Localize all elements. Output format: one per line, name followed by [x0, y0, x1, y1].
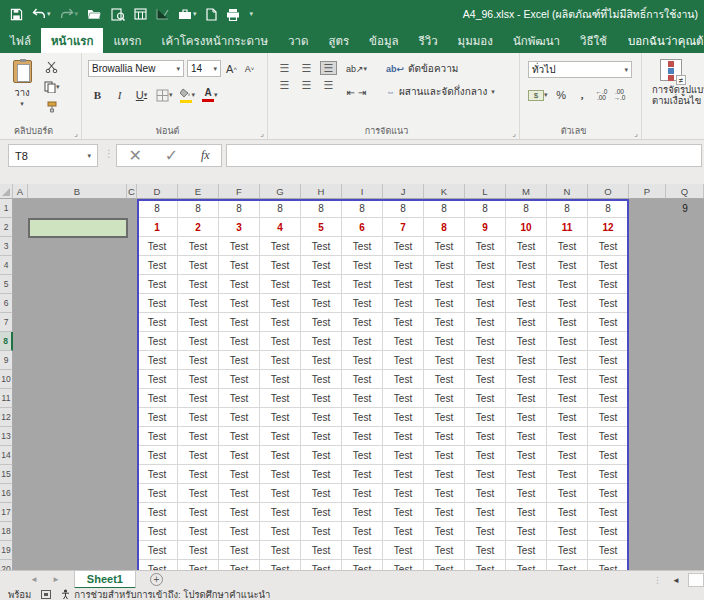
cell-N4[interactable]: Test: [547, 256, 588, 275]
cell-G5[interactable]: Test: [260, 275, 301, 294]
accounting-caret[interactable]: ▾: [544, 91, 548, 99]
cell-b2-highlight[interactable]: [28, 218, 128, 238]
conditional-formatting-button[interactable]: ≠ การจัดรูปแบบ ตามเงื่อนไข: [652, 59, 704, 106]
cell-G16[interactable]: Test: [260, 484, 301, 503]
cell-K9[interactable]: Test: [424, 351, 465, 370]
cell-M13[interactable]: Test: [506, 427, 547, 446]
accessibility-status[interactable]: การช่วยสำหรับการเข้าถึง: โปรดศึกษาคำแนะน…: [61, 588, 270, 600]
cell-G19[interactable]: Test: [260, 541, 301, 560]
cell-J20[interactable]: Test: [383, 560, 424, 570]
cell-C14[interactable]: [127, 446, 137, 465]
cell-E17[interactable]: Test: [178, 503, 219, 522]
cell-A11[interactable]: [13, 389, 28, 408]
cell-A20[interactable]: [13, 560, 28, 570]
cell-L15[interactable]: Test: [465, 465, 506, 484]
cell-K19[interactable]: Test: [424, 541, 465, 560]
cell-K5[interactable]: Test: [424, 275, 465, 294]
format-painter-icon[interactable]: [44, 99, 60, 115]
cell-J17[interactable]: Test: [383, 503, 424, 522]
cell-P18[interactable]: [629, 522, 666, 541]
tab-insert[interactable]: แทรก: [103, 28, 151, 53]
cell-Q11[interactable]: [666, 389, 704, 408]
cell-C11[interactable]: [127, 389, 137, 408]
cell-D14[interactable]: Test: [137, 446, 178, 465]
cell-P14[interactable]: [629, 446, 666, 465]
cell-N9[interactable]: Test: [547, 351, 588, 370]
cell-O4[interactable]: Test: [588, 256, 629, 275]
cell-Q20[interactable]: [666, 560, 704, 570]
cell-D15[interactable]: Test: [137, 465, 178, 484]
select-all-corner[interactable]: [0, 184, 13, 199]
cell-N7[interactable]: Test: [547, 313, 588, 332]
name-box-caret[interactable]: ▾: [87, 152, 91, 160]
cell-I10[interactable]: Test: [342, 370, 383, 389]
cell-A5[interactable]: [13, 275, 28, 294]
paste-dropdown-caret[interactable]: ▾: [6, 100, 38, 108]
cell-B1[interactable]: [28, 199, 127, 218]
cell-H14[interactable]: Test: [301, 446, 342, 465]
tab-view[interactable]: มุมมอง: [448, 28, 503, 53]
row-header-9[interactable]: 9: [0, 351, 13, 370]
cell-G1[interactable]: 8: [260, 199, 301, 218]
cell-B5[interactable]: [28, 275, 127, 294]
cell-P20[interactable]: [629, 560, 666, 570]
cell-E6[interactable]: Test: [178, 294, 219, 313]
cell-D10[interactable]: Test: [137, 370, 178, 389]
print-icon[interactable]: [226, 6, 240, 22]
cell-C7[interactable]: [127, 313, 137, 332]
column-header-M[interactable]: M: [506, 184, 547, 199]
cell-B14[interactable]: [28, 446, 127, 465]
cell-B8[interactable]: [28, 332, 127, 351]
merge-center-caret[interactable]: ▾: [491, 88, 495, 96]
cell-H2[interactable]: 5: [301, 218, 342, 237]
cell-I2[interactable]: 6: [342, 218, 383, 237]
cell-P2[interactable]: [629, 218, 666, 237]
cell-P16[interactable]: [629, 484, 666, 503]
cell-G6[interactable]: Test: [260, 294, 301, 313]
cell-O7[interactable]: Test: [588, 313, 629, 332]
cell-O3[interactable]: Test: [588, 237, 629, 256]
cell-I8[interactable]: Test: [342, 332, 383, 351]
cell-O15[interactable]: Test: [588, 465, 629, 484]
cell-Q4[interactable]: [666, 256, 704, 275]
cell-E13[interactable]: Test: [178, 427, 219, 446]
indent-icons[interactable]: ⇤ ⇥: [346, 84, 367, 100]
tell-me-box[interactable]: บอกฉันว่าคุณต้องการ: [623, 28, 704, 53]
cell-P19[interactable]: [629, 541, 666, 560]
cell-B3[interactable]: [28, 237, 127, 256]
enter-formula-icon[interactable]: ✓: [165, 146, 178, 165]
cell-M12[interactable]: Test: [506, 408, 547, 427]
cell-M15[interactable]: Test: [506, 465, 547, 484]
cell-D4[interactable]: Test: [137, 256, 178, 275]
cell-I4[interactable]: Test: [342, 256, 383, 275]
cell-M19[interactable]: Test: [506, 541, 547, 560]
cell-L11[interactable]: Test: [465, 389, 506, 408]
row-header-17[interactable]: 17: [0, 503, 13, 522]
cell-K13[interactable]: Test: [424, 427, 465, 446]
bold-icon[interactable]: B: [90, 87, 105, 103]
borders-icon[interactable]: ▾: [156, 87, 173, 103]
font-dialog-launcher[interactable]: ⌟: [260, 129, 264, 138]
cell-J18[interactable]: Test: [383, 522, 424, 541]
cell-G8[interactable]: Test: [260, 332, 301, 351]
cell-K20[interactable]: Test: [424, 560, 465, 570]
cell-C15[interactable]: [127, 465, 137, 484]
cell-P13[interactable]: [629, 427, 666, 446]
new-document-icon[interactable]: [206, 6, 217, 22]
cell-N11[interactable]: Test: [547, 389, 588, 408]
cell-H1[interactable]: 8: [301, 199, 342, 218]
italic-icon[interactable]: I: [112, 87, 127, 103]
row-header-18[interactable]: 18: [0, 522, 13, 541]
cell-F8[interactable]: Test: [219, 332, 260, 351]
cell-P10[interactable]: [629, 370, 666, 389]
cell-G2[interactable]: 4: [260, 218, 301, 237]
cell-H12[interactable]: Test: [301, 408, 342, 427]
cell-C17[interactable]: [127, 503, 137, 522]
cell-A18[interactable]: [13, 522, 28, 541]
cell-C1[interactable]: [127, 199, 137, 218]
cell-L7[interactable]: Test: [465, 313, 506, 332]
cell-F9[interactable]: Test: [219, 351, 260, 370]
cell-D18[interactable]: Test: [137, 522, 178, 541]
sheet-tab-sheet1[interactable]: Sheet1: [74, 571, 136, 589]
cell-C6[interactable]: [127, 294, 137, 313]
